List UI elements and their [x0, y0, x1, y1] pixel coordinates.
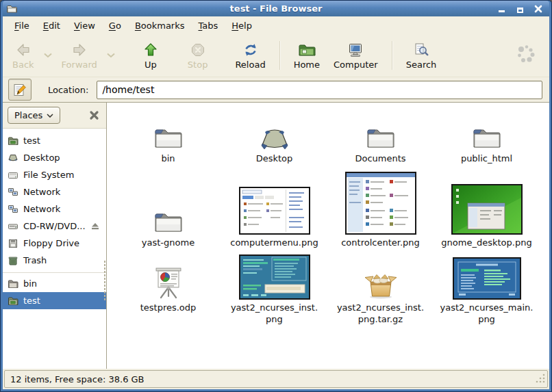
window-title: test - File Browser [3, 3, 549, 14]
titlebar[interactable]: test - File Browser [3, 1, 549, 16]
minimize-icon[interactable] [497, 4, 506, 13]
folder-icon [8, 278, 18, 289]
sidebar-item-trash[interactable]: Trash [3, 252, 106, 269]
window-controls [497, 4, 546, 13]
resize-grip[interactable] [535, 373, 546, 386]
sidebar-close-button[interactable] [86, 108, 101, 123]
sidebar-list: test Desktop File System Network [3, 129, 106, 369]
up-label: Up [145, 60, 157, 70]
folder-icon [153, 172, 184, 235]
sidebar-item-cd-rw-dvd[interactable]: CD-RW/DVD... [3, 218, 106, 235]
file-item-public-html[interactable]: public_html [434, 112, 540, 165]
window-frame: test - File Browser File Edit View Go Bo… [0, 0, 552, 392]
sidebar-item-label: Floppy Drive [23, 238, 79, 248]
sidebar-resize-handle[interactable] [103, 260, 107, 301]
home-button[interactable]: Home [287, 40, 327, 71]
sidebar: Places test Desktop [3, 103, 107, 369]
sidebar-item-bin[interactable]: bin [3, 275, 106, 292]
search-icon [413, 41, 429, 59]
content-area: Places test Desktop [3, 102, 549, 369]
back-icon [15, 41, 32, 59]
file-item-yast2-ncurses-main-png[interactable]: yast2_ncurses_main. png [434, 256, 540, 326]
file-item-controlcenter-png[interactable]: controlcenter.png [327, 172, 434, 249]
search-button[interactable]: Search [399, 40, 444, 71]
file-label: yast-gnome [142, 237, 195, 249]
menubar: File Edit View Go Bookmarks Tabs Help [3, 16, 549, 35]
sidebar-item-label: test [23, 135, 40, 146]
sidebar-item-label: Network [23, 204, 60, 214]
sidebar-item-label: test [23, 296, 40, 306]
sidebar-item-network-1[interactable]: Network [3, 183, 106, 200]
up-icon [142, 41, 159, 59]
reload-label: Reload [235, 60, 265, 70]
file-label: bin [161, 153, 175, 165]
file-item-yast-gnome[interactable]: yast-gnome [115, 172, 221, 249]
menu-bookmarks[interactable]: Bookmarks [129, 18, 191, 33]
file-item-bin[interactable]: bin [115, 112, 221, 165]
folder-icon [153, 112, 184, 151]
desktop-pad-icon [259, 112, 290, 151]
sidebar-item-test-home[interactable]: test [3, 132, 106, 149]
folder-icon [471, 112, 503, 151]
file-item-testpres-odp[interactable]: testpres.odp [115, 256, 221, 326]
back-button[interactable]: Back [5, 40, 41, 71]
sidebar-item-network-2[interactable]: Network [3, 200, 106, 218]
maximize-icon[interactable] [515, 4, 525, 13]
file-label: yast2_ncurses_inst. png [231, 302, 318, 326]
menu-help[interactable]: Help [225, 18, 258, 33]
toolbar-separator [392, 41, 392, 70]
window-folder-icon[interactable] [6, 3, 18, 14]
stop-label: Stop [188, 60, 208, 70]
location-toggle-button[interactable] [8, 79, 32, 101]
image-thumbnail [451, 172, 523, 235]
file-label: yast2_ncurses_main. png [440, 302, 534, 326]
menu-go[interactable]: Go [103, 18, 127, 33]
file-label: public_html [461, 153, 512, 165]
file-view: bin Desktop Documents [107, 103, 549, 369]
location-input[interactable] [97, 81, 542, 99]
computer-button[interactable]: Computer [327, 40, 385, 71]
home-folder-icon [8, 135, 18, 146]
drive-icon [8, 170, 18, 181]
sidebar-item-floppy-drive[interactable]: Floppy Drive [3, 235, 106, 252]
back-history-chevron-icon[interactable] [41, 42, 55, 69]
close-icon[interactable] [534, 4, 543, 13]
file-item-gnome-desktop-png[interactable]: gnome_desktop.png [434, 172, 540, 249]
image-thumbnail [239, 172, 310, 235]
file-label: gnome_desktop.png [441, 237, 531, 249]
sidebar-separator [3, 272, 106, 273]
file-item-yast2-ncurses-inst-tar-gz[interactable]: yast2_ncurses_inst. png.tar.gz [327, 256, 434, 326]
sidebar-item-label: Trash [23, 255, 47, 265]
eject-button[interactable] [90, 222, 100, 231]
stop-button[interactable]: Stop [181, 40, 215, 71]
note-pencil-icon [12, 83, 27, 97]
menu-edit[interactable]: Edit [37, 18, 66, 33]
home-icon [298, 41, 316, 59]
file-label: computermenu.png [230, 237, 318, 249]
sidebar-item-desktop[interactable]: Desktop [3, 149, 106, 166]
file-item-desktop[interactable]: Desktop [221, 112, 327, 165]
archive-icon [364, 256, 398, 300]
file-item-yast2-ncurses-inst-png[interactable]: yast2_ncurses_inst. png [221, 256, 327, 326]
sidebar-item-file-system[interactable]: File System [3, 166, 106, 183]
places-dropdown-button[interactable]: Places [8, 107, 60, 124]
desktop-icon [8, 153, 18, 164]
sidebar-item-test-selected[interactable]: test [3, 292, 106, 309]
toolbar: Back Forward Up [3, 35, 549, 77]
computer-icon [347, 41, 364, 59]
menu-tabs[interactable]: Tabs [192, 18, 225, 33]
image-thumbnail [239, 256, 310, 300]
file-item-documents[interactable]: Documents [327, 112, 434, 165]
reload-button[interactable]: Reload [228, 40, 272, 71]
icon-grid: bin Desktop Documents [115, 112, 549, 326]
image-thumbnail [453, 256, 521, 300]
forward-history-chevron-icon[interactable] [104, 42, 118, 69]
file-item-computermenu-png[interactable]: computermenu.png [221, 172, 327, 249]
search-label: Search [406, 60, 437, 70]
menu-view[interactable]: View [68, 18, 101, 33]
eject-icon [90, 222, 100, 231]
forward-button[interactable]: Forward [55, 40, 104, 71]
menu-file[interactable]: File [8, 18, 36, 33]
up-button[interactable]: Up [136, 40, 166, 71]
file-label: controlcenter.png [341, 237, 420, 249]
